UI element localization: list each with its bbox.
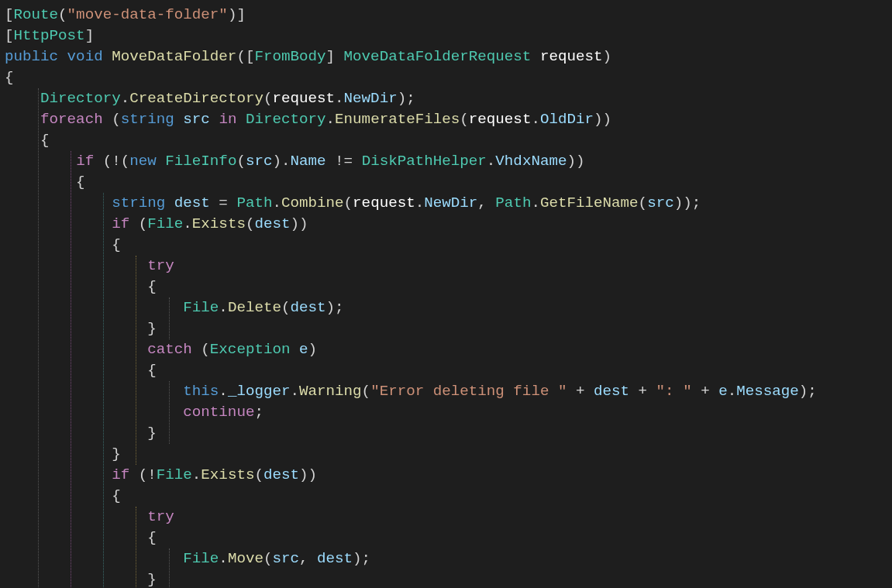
code-token: request — [540, 48, 603, 65]
code-token: + — [567, 383, 594, 400]
code-token: } — [5, 445, 121, 462]
code-token: + — [629, 383, 656, 400]
code-token: "Error deleting file " — [370, 383, 567, 400]
code-token: dest — [263, 466, 299, 483]
code-token: . — [531, 194, 540, 211]
code-token: ( — [129, 215, 147, 232]
code-token: FromBody — [254, 48, 325, 65]
code-token: dest — [174, 194, 210, 211]
code-token: ); — [398, 90, 415, 107]
code-token: OldDir — [540, 111, 594, 128]
code-token: Warning — [299, 383, 362, 400]
code-token: Exists — [192, 215, 246, 232]
code-token: ); — [799, 383, 817, 400]
code-token: . — [335, 90, 344, 107]
code-token — [5, 215, 112, 232]
code-token: if — [112, 466, 129, 483]
code-token: )) — [299, 466, 317, 483]
code-token: "move-data-folder" — [67, 6, 228, 23]
code-token — [5, 508, 147, 525]
code-token: . — [326, 111, 336, 128]
code-token: request — [353, 194, 415, 211]
code-token: Combine — [281, 194, 344, 211]
code-token: CreateDirectory — [129, 90, 263, 107]
code-token: { — [5, 174, 85, 191]
code-token: File — [157, 466, 192, 483]
code-editor-content[interactable]: [Route("move-data-folder")] [HttpPost] p… — [0, 0, 892, 588]
code-token — [5, 257, 147, 274]
code-token: string — [121, 111, 174, 128]
code-token: src — [183, 111, 210, 128]
code-token: Name — [291, 153, 326, 170]
code-token: [ — [5, 27, 14, 44]
code-token: src — [272, 550, 299, 567]
code-token: ( — [639, 194, 648, 211]
code-token: ( — [192, 341, 210, 358]
code-token: Exception — [210, 341, 291, 358]
code-token — [5, 404, 183, 421]
code-token: { — [5, 529, 157, 546]
code-token: public — [5, 48, 58, 65]
code-token — [5, 299, 183, 316]
code-token: Directory — [246, 111, 326, 128]
code-token — [5, 90, 40, 107]
code-token: try — [147, 257, 174, 274]
code-token: try — [147, 508, 174, 525]
code-token: . — [219, 383, 228, 400]
code-token — [103, 48, 112, 65]
code-token: . — [728, 383, 737, 400]
code-token: void — [67, 48, 103, 65]
code-token: ) — [308, 341, 318, 358]
code-token — [174, 111, 184, 128]
code-token: File — [183, 299, 219, 316]
code-token — [5, 111, 40, 128]
code-token: MoveDataFolderRequest — [344, 48, 532, 65]
code-token: . — [192, 466, 201, 483]
code-token: new — [129, 153, 157, 170]
code-token — [210, 111, 219, 128]
code-token: . — [183, 215, 192, 232]
code-token: catch — [147, 341, 192, 358]
code-token — [5, 383, 183, 400]
code-token: ( — [263, 90, 273, 107]
code-token: ( — [254, 466, 263, 483]
code-token: . — [531, 111, 540, 128]
code-token: MoveDataFolder — [112, 48, 236, 65]
code-token: { — [5, 236, 121, 253]
code-token: src — [647, 194, 674, 211]
code-token — [5, 550, 183, 567]
code-token: } — [5, 320, 157, 337]
code-token: { — [5, 132, 50, 149]
code-token: string — [112, 194, 165, 211]
code-token — [58, 48, 67, 65]
code-token: . — [487, 153, 496, 170]
code-token: dest — [594, 383, 629, 400]
code-token — [165, 194, 174, 211]
code-token: ] — [85, 27, 95, 44]
code-token: + — [692, 383, 719, 400]
code-token: dest — [290, 299, 325, 316]
code-token: request — [469, 111, 532, 128]
code-token: . — [415, 194, 425, 211]
code-token: . — [290, 383, 299, 400]
code-token: )) — [594, 111, 611, 128]
code-token: Exists — [201, 466, 254, 483]
code-token: ([ — [236, 48, 254, 65]
code-token: HttpPost — [14, 27, 85, 44]
code-token: NewDir — [424, 194, 477, 211]
code-token: DiskPathHelper — [362, 153, 487, 170]
code-token: ": " — [656, 383, 692, 400]
code-token — [531, 48, 540, 65]
code-token — [236, 111, 246, 128]
code-token: File — [147, 215, 183, 232]
code-token: ; — [254, 404, 263, 421]
code-token: { — [5, 278, 157, 295]
code-token: )] — [228, 6, 246, 23]
code-token: ( — [362, 383, 371, 400]
code-token: ( — [246, 215, 255, 232]
code-token: foreach — [40, 111, 103, 128]
code-token: (! — [129, 466, 157, 483]
code-token: Move — [228, 550, 263, 567]
code-token: e — [299, 341, 308, 358]
code-token: src — [246, 153, 273, 170]
